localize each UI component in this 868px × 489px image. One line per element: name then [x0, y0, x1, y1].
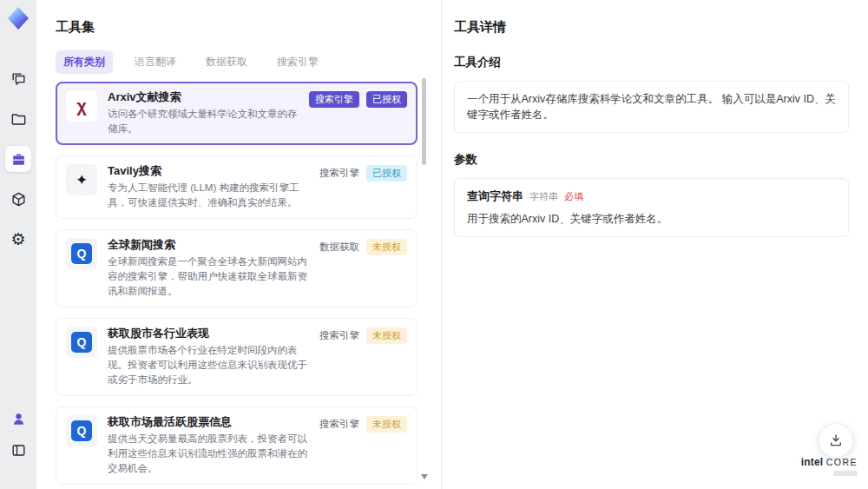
list-scrollbar-thumb[interactable]	[422, 78, 426, 165]
category-tabs: 所有类别 语言翻译 数据获取 搜索引擎	[56, 50, 418, 74]
page-title: 工具集	[56, 19, 418, 36]
tool-card-most-active-stocks[interactable]: Q 获取市场最活跃股票信息 提供当天交易量最高的股票列表，投资者可以利用这些信息…	[56, 406, 418, 485]
tool-description: 全球新闻搜索是一个聚合全球各大新闻网站内容的搜索引擎，帮助用户快速获取全球最新资…	[108, 254, 312, 299]
user-avatar-icon[interactable]	[5, 406, 31, 432]
param-description: 用于搜索的Arxiv ID、关键字或作者姓名。	[467, 212, 836, 227]
status-badge: 未授权	[366, 416, 407, 433]
settings-gear-icon[interactable]: ⚙	[5, 226, 31, 252]
tool-title: 获取市场最活跃股票信息	[108, 415, 312, 429]
tool-card-sector-performance[interactable]: Q 获取股市各行业表现 提供股票市场各个行业在特定时间段内的表现。投资者可以利用…	[56, 318, 418, 396]
news-search-logo-icon: Q	[66, 238, 97, 269]
intro-heading: 工具介绍	[454, 55, 849, 70]
arxiv-logo-icon: χ	[66, 90, 97, 122]
intel-wordmark: intel	[801, 456, 824, 468]
left-rail: ⚙	[0, 0, 36, 489]
params-heading: 参数	[454, 152, 849, 168]
param-type: 字符串	[529, 190, 558, 203]
tab-all-categories[interactable]: 所有类别	[56, 50, 113, 74]
category-label: 搜索引擎	[319, 167, 359, 180]
cube-icon[interactable]	[5, 186, 31, 212]
param-card: 查询字符串 字符串 必填 用于搜索的Arxiv ID、关键字或作者姓名。	[454, 178, 849, 237]
tool-description: 提供股票市场各个行业在特定时间段内的表现。投资者可以利用这些信息来识别表现优于或…	[108, 343, 312, 387]
tool-title: 全球新闻搜索	[108, 238, 312, 252]
param-name: 查询字符串	[467, 188, 523, 204]
brand-subtext-mark	[833, 471, 858, 476]
app-logo-icon	[7, 7, 30, 30]
tab-data-fetch[interactable]: 数据获取	[198, 50, 255, 74]
core-wordmark: core	[826, 457, 858, 467]
tool-description: 专为人工智能代理 (LLM) 构建的搜索引擎工具，可快速提供实时、准确和真实的结…	[108, 181, 312, 210]
category-label: 搜索引擎	[319, 418, 359, 431]
panel-toggle-icon[interactable]	[5, 437, 31, 463]
chat-icon[interactable]	[5, 66, 31, 92]
category-label: 数据获取	[319, 241, 359, 254]
download-icon	[828, 433, 844, 448]
intel-core-logo: intel core	[801, 457, 858, 476]
download-button[interactable]	[819, 423, 853, 458]
tool-description: 提供当天交易量最高的股票列表，投资者可以利用这些信息来识别流动性强的股票和潜在的…	[108, 432, 312, 476]
tool-title: Arxiv文献搜索	[108, 90, 302, 104]
tool-card-tavily[interactable]: ✦ Tavily搜索 专为人工智能代理 (LLM) 构建的搜索引擎工具，可快速提…	[56, 155, 418, 219]
tab-language-translation[interactable]: 语言翻译	[127, 50, 184, 74]
status-badge: 已授权	[366, 91, 407, 108]
tool-list: χ Arxiv文献搜索 访问各个研究领域大量科学论文和文章的存储库。 搜索引擎 …	[56, 82, 418, 489]
detail-title: 工具详情	[454, 19, 849, 36]
tab-search-engine[interactable]: 搜索引擎	[269, 50, 326, 74]
tool-title: 获取股市各行业表现	[108, 327, 312, 340]
tool-title: Tavily搜索	[108, 164, 312, 178]
scrollbar-down-arrow-icon[interactable]	[421, 474, 428, 479]
tavily-logo-icon: ✦	[66, 164, 97, 195]
app-window: ⚙ 工具集 所有类别 语言翻译 数据获取 搜索引擎 χ	[0, 0, 868, 489]
toolbox-icon[interactable]	[5, 146, 31, 172]
intro-card: 一个用于从Arxiv存储库搜索科学论文和文章的工具。 输入可以是Arxiv ID…	[454, 81, 849, 133]
status-badge: 已授权	[366, 165, 407, 182]
stock-search-logo-icon: Q	[66, 327, 97, 358]
tool-card-arxiv[interactable]: χ Arxiv文献搜索 访问各个研究领域大量科学论文和文章的存储库。 搜索引擎 …	[56, 82, 418, 145]
tool-description: 访问各个研究领域大量科学论文和文章的存储库。	[108, 107, 302, 136]
status-badge: 未授权	[366, 327, 407, 344]
folder-icon[interactable]	[5, 106, 31, 132]
category-badge: 搜索引擎	[309, 91, 359, 108]
status-badge: 未授权	[366, 239, 407, 255]
stock-search-logo-icon: Q	[66, 415, 97, 446]
tool-list-panel: 工具集 所有类别 语言翻译 数据获取 搜索引擎 χ Arxiv文献搜索 访问各个…	[36, 0, 441, 489]
param-required-flag: 必填	[564, 190, 583, 203]
tool-detail-panel: 工具详情 工具介绍 一个用于从Arxiv存储库搜索科学论文和文章的工具。 输入可…	[441, 0, 868, 489]
tool-card-global-news[interactable]: Q 全球新闻搜索 全球新闻搜索是一个聚合全球各大新闻网站内容的搜索引擎，帮助用户…	[56, 229, 418, 307]
intro-text: 一个用于从Arxiv存储库搜索科学论文和文章的工具。 输入可以是Arxiv ID…	[467, 91, 836, 122]
category-label: 搜索引擎	[319, 329, 359, 342]
